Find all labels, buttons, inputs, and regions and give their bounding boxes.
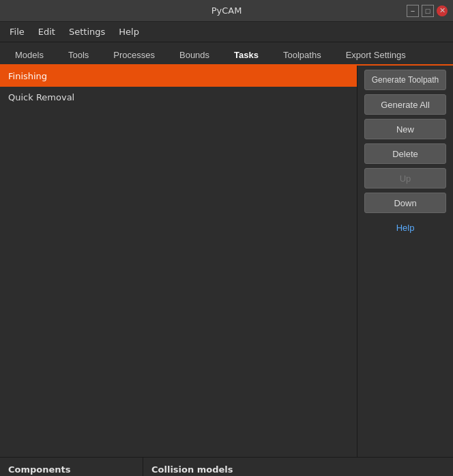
generate-all-button[interactable]: Generate All [364, 94, 446, 115]
tab-tasks[interactable]: Tasks [222, 46, 271, 66]
collision-panel: Collision models retropicasso-demi [143, 458, 453, 476]
components-panel: Components Tool: Small Tool ▼ Process: S… [0, 458, 143, 476]
components-title: Components [8, 464, 134, 475]
tab-toolpaths[interactable]: Toolpaths [271, 46, 334, 64]
menu-edit[interactable]: Edit [31, 24, 62, 40]
down-button[interactable]: Down [364, 193, 446, 213]
tabbar: Models Tools Processes Bounds Tasks Tool… [0, 42, 453, 66]
maximize-button[interactable]: □ [422, 5, 434, 17]
tab-bounds[interactable]: Bounds [167, 46, 222, 64]
tab-tools[interactable]: Tools [56, 46, 101, 64]
menu-help[interactable]: Help [112, 24, 146, 40]
task-item-quick-removal[interactable]: Quick Removal [0, 87, 357, 108]
task-list-panel: Finishing Quick Removal [0, 66, 357, 457]
tab-processes[interactable]: Processes [101, 46, 167, 64]
up-button[interactable]: Up [364, 168, 446, 188]
delete-button[interactable]: Delete [364, 143, 446, 164]
window-controls: − □ ✕ [407, 5, 448, 17]
main-content: Finishing Quick Removal Generate Toolpat… [0, 66, 453, 457]
help-button[interactable]: Help [364, 217, 446, 238]
menu-file[interactable]: File [3, 24, 31, 40]
right-panel: Generate Toolpath Generate All New Delet… [357, 66, 453, 457]
task-item-finishing[interactable]: Finishing [0, 66, 357, 87]
close-button[interactable]: ✕ [437, 5, 448, 16]
tab-models[interactable]: Models [3, 46, 56, 64]
generate-toolpath-button[interactable]: Generate Toolpath [364, 70, 446, 90]
titlebar: PyCAM − □ ✕ [0, 0, 453, 22]
minimize-button[interactable]: − [407, 5, 419, 17]
new-button[interactable]: New [364, 119, 446, 139]
menu-settings[interactable]: Settings [62, 24, 112, 40]
tab-export-settings[interactable]: Export Settings [334, 46, 418, 64]
window-title: PyCAM [46, 5, 407, 16]
bottom-area: Components Tool: Small Tool ▼ Process: S… [0, 457, 453, 476]
menubar: File Edit Settings Help [0, 22, 453, 42]
collision-title: Collision models [151, 464, 445, 475]
